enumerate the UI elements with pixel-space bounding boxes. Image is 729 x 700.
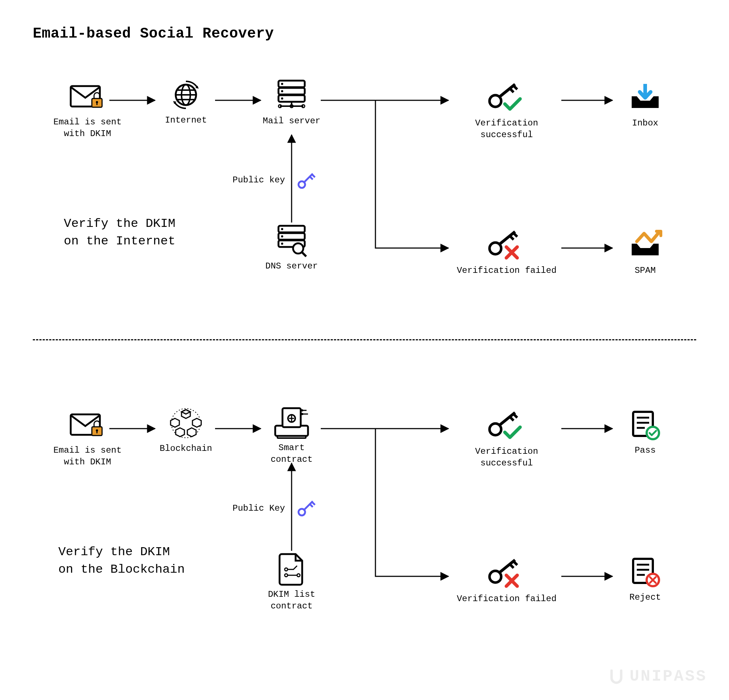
node-reject: Reject <box>618 557 672 603</box>
section-label-1: Verify the DKIMon the Internet <box>64 215 175 250</box>
blockchain-icon <box>168 409 204 438</box>
node-label: SPAM <box>635 265 656 277</box>
node-spam: SPAM <box>620 230 671 277</box>
node-label: Verification successful <box>448 118 565 141</box>
svg-point-38 <box>293 243 303 253</box>
unipass-logo-icon <box>608 668 624 684</box>
svg-point-62 <box>297 574 300 577</box>
node-label: Verification successful <box>448 446 565 470</box>
node-label: Reject <box>629 592 661 603</box>
node-label: DNS server <box>265 260 318 272</box>
node-label: Internet <box>165 115 207 126</box>
node-dkim-contract: DKIM list contract <box>248 554 335 613</box>
svg-point-37 <box>281 243 283 245</box>
svg-point-36 <box>281 235 283 237</box>
node-label: Verification failed <box>457 265 556 277</box>
section-divider <box>33 339 696 341</box>
node-verif-fail-1: Verification failed <box>448 230 565 277</box>
node-label: Email is sentwith DKIM <box>53 445 121 469</box>
public-key-label-1: Public key <box>232 175 285 185</box>
svg-point-24 <box>281 83 283 85</box>
key-check-icon <box>488 412 525 441</box>
doc-x-icon <box>627 557 664 586</box>
svg-point-26 <box>281 98 283 100</box>
node-dns: DNS server <box>261 226 322 272</box>
diagram-title: Email-based Social Recovery <box>33 26 274 42</box>
svg-line-46 <box>312 175 315 177</box>
node-blockchain: Blockchain <box>153 409 219 454</box>
email-lock-icon <box>69 410 106 440</box>
watermark-text: UNIPASS <box>629 667 707 685</box>
svg-point-61 <box>285 574 288 577</box>
svg-point-25 <box>281 90 283 92</box>
svg-line-39 <box>302 252 306 256</box>
node-label: Email is sentwith DKIM <box>53 116 121 140</box>
inbox-icon <box>627 83 664 112</box>
key-icon <box>298 172 316 190</box>
svg-point-43 <box>299 181 305 188</box>
public-key-label-2: Public Key <box>232 504 285 513</box>
globe-icon <box>168 80 204 109</box>
node-pass: Pass <box>620 410 671 456</box>
key-x-icon <box>488 559 525 588</box>
node-internet: Internet <box>153 80 219 126</box>
spam-icon <box>627 230 664 260</box>
svg-line-78 <box>312 502 315 505</box>
node-label: Pass <box>635 445 656 456</box>
node-label: Smart contract <box>255 442 328 466</box>
svg-point-42 <box>489 243 501 254</box>
node-email-1: Email is sentwith DKIM <box>42 82 133 140</box>
file-circuit-icon <box>273 554 310 584</box>
node-email-2: Email is sentwith DKIM <box>42 410 133 469</box>
svg-point-60 <box>285 568 288 571</box>
key-check-icon <box>488 83 525 112</box>
node-mailserver: Mail server <box>257 81 326 127</box>
svg-point-75 <box>299 509 305 515</box>
node-label: Inbox <box>632 118 658 129</box>
node-label: DKIM list contract <box>248 589 335 613</box>
svg-point-63 <box>489 423 501 435</box>
node-verif-ok-1: Verification successful <box>448 83 565 141</box>
watermark: UNIPASS <box>608 667 707 685</box>
svg-point-35 <box>281 228 283 230</box>
doc-check-icon <box>627 410 664 440</box>
svg-point-40 <box>489 95 501 107</box>
node-inbox: Inbox <box>620 83 671 129</box>
node-verif-ok-2: Verification successful <box>448 412 565 470</box>
node-label: Mail server <box>263 115 320 127</box>
dns-server-icon <box>273 226 310 255</box>
node-smart-contract: Smart contract <box>255 408 328 466</box>
svg-line-77 <box>310 504 313 507</box>
node-verif-fail-2: Verification failed <box>448 559 565 605</box>
svg-rect-53 <box>277 436 306 438</box>
email-lock-icon <box>69 82 106 111</box>
section-label-2: Verify the DKIMon the Blockchain <box>58 543 185 578</box>
key-icon <box>298 499 316 517</box>
node-label: Verification failed <box>457 593 556 605</box>
node-label: Blockchain <box>160 443 212 454</box>
key-x-icon <box>488 230 525 260</box>
svg-point-69 <box>489 571 501 582</box>
smart-contract-icon <box>273 408 310 437</box>
svg-line-45 <box>310 176 313 179</box>
server-icon <box>273 81 310 110</box>
